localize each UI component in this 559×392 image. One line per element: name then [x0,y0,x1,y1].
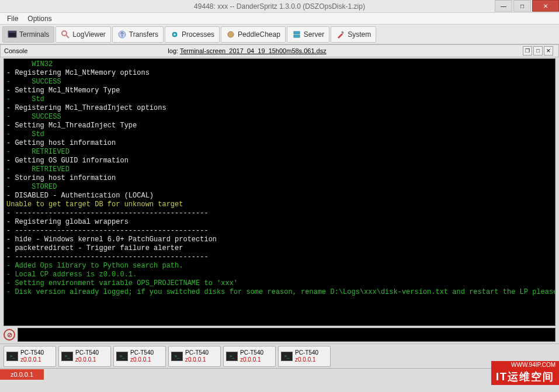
terminal-line: - Std [6,130,553,139]
watermark-brand: IT运维空间 [491,369,559,385]
tab-system-label: System [348,30,371,39]
terminal-line: - STORED [6,183,553,192]
session-name: PC-T540 [75,349,99,356]
console-title: Console [4,47,27,54]
svg-point-7 [228,32,234,37]
terminal-line: - SUCCESS [6,113,553,122]
session-name: PC-T540 [20,349,44,356]
terminal-line: - Getting host information [6,139,553,148]
terminal-line: - Disk version already logged; if you sw… [6,288,553,297]
tab-server-label: Server [304,30,324,39]
tab-system[interactable]: System [331,26,376,43]
maximize-button[interactable]: □ [513,0,531,12]
tab-peddlecheap[interactable]: PeddleCheap [221,26,286,43]
terminal-line: - hide - Windows kernel 6.0+ PatchGuard … [6,235,553,244]
terminal-line: - --------------------------------------… [6,253,553,262]
svg-line-3 [66,35,69,38]
peddle-icon [226,30,235,39]
session-icon: >_ [116,352,128,361]
console-log-file[interactable]: Terminal-screen_2017_04_19_15h00m58s.061… [180,47,327,54]
window-title: 49448: xxx -- DanderSpritz 1.3.0.0 (DSZO… [194,2,365,11]
tab-terminals-label: Terminals [19,30,49,39]
terminal-line: - Added Ops library to Python search pat… [6,262,553,270]
session-tab[interactable]: >_PC-T540z0.0.0.1 [168,346,221,367]
server-icon [292,30,301,39]
session-ip: z0.0.0.1 [20,356,44,363]
session-icon: >_ [6,352,18,361]
tools-icon [336,30,345,39]
tab-logviewer[interactable]: LogViewer [55,26,110,43]
terminal-line: - RETRIEVED [6,165,553,174]
session-icon: >_ [171,352,183,361]
svg-rect-1 [9,32,16,33]
session-ip: z0.0.0.1 [130,356,154,363]
svg-point-6 [174,33,176,35]
command-input[interactable] [18,328,555,342]
svg-rect-8 [294,32,300,34]
terminal-line: - Registering global wrappers [6,218,553,227]
watermark: WWW.94IP.COM IT运维空间 [491,361,559,385]
window-controls: — □ ✕ [494,0,559,12]
watermark-url: WWW.94IP.COM [491,361,559,369]
terminal-line: - SUCCESS [6,78,553,86]
status-ip: z0.0.0.1 [0,369,44,380]
session-tab[interactable]: >_PC-T540z0.0.0.1 [4,346,56,367]
minimize-button[interactable]: — [495,0,512,12]
terminal-line: - Setting Mcl_ThreadInject Type [6,122,553,130]
main-toolbar: Terminals LogViewer Transfers Processes … [0,25,559,44]
menu-bar: File Options [0,13,559,25]
terminal-line: - RETRIEVED [6,148,553,157]
transfer-icon [117,30,127,39]
terminal-line: - DISABLED - Authentication (LOCAL) [6,192,553,200]
panel-maximize-button[interactable]: □ [533,46,543,55]
session-tab[interactable]: >_PC-T540z0.0.0.1 [113,346,166,367]
command-row: ⊘ [4,327,555,342]
terminal-line: - --------------------------------------… [6,209,553,218]
panel-restore-button[interactable]: ❐ [523,46,532,55]
session-ip: z0.0.0.1 [240,356,263,363]
session-tab[interactable]: >_PC-T540z0.0.0.1 [278,346,331,367]
terminal-line: - Storing host information [6,174,553,183]
terminal-line: - Setting environment variable OPS_PROJE… [6,279,553,288]
terminal-line: WIN32 [6,60,553,69]
stop-icon[interactable]: ⊘ [4,329,15,341]
svg-point-2 [62,31,67,36]
session-tab-bar: >_PC-T540z0.0.0.1>_PC-T540z0.0.0.1>_PC-T… [0,344,559,368]
tab-peddlecheap-label: PeddleCheap [238,30,280,39]
terminal-output[interactable]: WIN32- Registering Mcl_NtMemory options-… [4,58,555,326]
session-icon: >_ [281,352,293,361]
console-header: Console log: Terminal-screen_2017_04_19_… [0,44,559,57]
tab-processes[interactable]: Processes [165,26,220,43]
console-log-label: log: Terminal-screen_2017_04_19_15h00m58… [168,47,326,54]
tab-processes-label: Processes [182,30,214,39]
terminal-line: - Std [6,95,553,104]
session-icon: >_ [61,352,73,361]
tab-terminals[interactable]: Terminals [2,26,54,43]
tab-logviewer-label: LogViewer [72,30,105,39]
session-ip: z0.0.0.1 [185,356,209,363]
session-tab[interactable]: >_PC-T540z0.0.0.1 [223,346,276,367]
tab-server[interactable]: Server [287,26,329,43]
close-button[interactable]: ✕ [532,0,559,12]
session-icon: >_ [226,352,238,361]
gear-icon [170,30,179,39]
session-name: PC-T540 [130,349,154,356]
terminal-icon [8,30,17,39]
terminal-line: - Registering Mcl_NtMemory options [6,69,553,78]
terminal-line: - --------------------------------------… [6,227,553,235]
terminal-line: - packetredirect - Trigger failure alert… [6,244,553,253]
session-name: PC-T540 [185,349,209,356]
terminal-line: Unable to get target DB for unknown targ… [6,200,553,209]
magnifier-icon [61,30,70,39]
svg-rect-9 [294,35,300,37]
status-bar: z0.0.0.1 [0,368,559,380]
menu-file[interactable]: File [2,13,23,24]
tab-transfers[interactable]: Transfers [112,26,164,43]
session-tab[interactable]: >_PC-T540z0.0.0.1 [58,346,111,367]
tab-transfers-label: Transfers [129,30,158,39]
menu-options[interactable]: Options [23,13,56,24]
terminal-line: - Local CP address is z0.0.0.1. [6,270,553,279]
session-ip: z0.0.0.1 [75,356,99,363]
session-ip: z0.0.0.1 [295,356,318,363]
panel-close-button[interactable]: ✕ [544,46,553,55]
